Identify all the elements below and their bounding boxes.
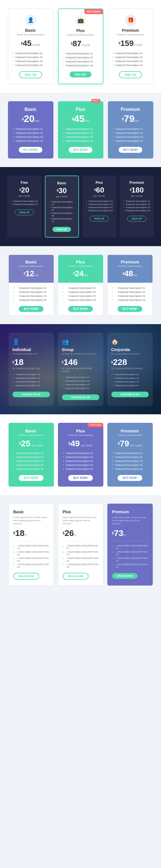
feature-item: Featured Description #2 [13,290,50,294]
feature-item: Featured Description #5 [112,467,148,471]
price-wrap: $159/month [113,39,149,48]
signup-button[interactable]: SIGN UP [90,216,109,221]
feature-item: Featured Description #4 [12,384,50,388]
feature-item: Featured Description #4 [112,139,149,143]
buy-button[interactable]: BUY NOW! [117,475,142,481]
plan-desc: Lorem ipsum dolor sit amet conse ctetur … [63,516,99,525]
features-list: Featured Description #1 Featured Descrip… [12,373,50,388]
feature-item: Featured Description #4 [12,139,49,143]
plan-name: Plus [62,107,99,112]
price-wrap: $180 per month [123,186,151,197]
features-list: Featured Description #1 Featured Descrip… [13,286,50,302]
buy-button[interactable]: BUY NOW! [68,475,93,481]
features-list: Featured Description #1 Featured Descrip… [62,375,99,390]
card-body: Featured Description #1 Featured Descrip… [58,283,103,315]
price-wrap: $60 per month [86,186,113,197]
features-list: Featured Description #1 Featured Descrip… [112,451,148,471]
card-plus-s3: Plus $60 per month Featured Description … [82,176,116,238]
feature-item: Featured Description #3 [112,459,148,463]
signup-button[interactable]: Sign Up [119,71,142,78]
read-more-button[interactable]: READ MORE [14,573,39,580]
price-period: per month [130,444,142,447]
card-body: Featured Description #1 Featured Descrip… [9,283,54,315]
buy-button[interactable]: BUY NOW! [68,306,93,312]
price-wrap: $228 for corporate/large business [111,357,149,370]
feature-item: • FEATURED DESCRIPTION #1 [14,544,49,550]
price-wrap: $20/mo [12,113,49,124]
plan-tagline: Great for small business [62,434,99,436]
features-list: • FEATURED DESCRIPTION #1 • FEATURED DES… [112,544,148,569]
feature-item: • FEATURED DESCRIPTION #2 [112,550,148,556]
section5-pricing: 👤 Individual for freelancer/single user … [0,324,161,414]
buy-button[interactable]: BUY NOW! [19,475,44,481]
feature-item: Featured Description #2 [113,55,149,59]
card-basic-s4: Basic Great for small business $12/mo Fe… [8,255,54,316]
feature-item: Featured Description #2 [12,131,49,135]
order-now-button[interactable]: ORDER NOW [112,573,137,579]
feature-item: Featured Description #2 [13,455,49,459]
features-list: • FEATURED DESCRIPTION #1 • FEATURED DES… [63,544,99,569]
buy-button[interactable]: BUY NOW! [19,147,42,153]
signup-button[interactable]: Sign Up [19,71,42,78]
price-wrap: $79/mo [112,113,149,124]
choose-plan-button[interactable]: CHOOSE PLAN [12,392,50,397]
feature-item: Featured Description #2 [112,290,149,294]
price-period: per month [81,444,92,447]
plan-name: Basic [49,181,75,185]
feature-item: • FEATURED DESCRIPTION #3 [14,556,49,563]
plan-name: Basic [13,28,49,33]
price-wrap: $30 per month [49,186,75,198]
feature-item: Featured Description #3 [112,294,149,298]
signup-button[interactable]: Sign Up! [70,71,91,78]
feature-item: Featured Description #4 [62,386,99,390]
buy-button[interactable]: BUY NOW! [69,147,92,153]
section6-pricing: Basic Great for small business $25 per m… [0,414,161,495]
choose-plan-button[interactable]: CHOOSE PLAN [62,395,99,400]
features-list: Featured Description #1 Featured Descrip… [13,451,49,471]
price-wrap: $25 per month [13,439,49,448]
features-list: • FEATURED DESCRIPTION #1 • FEATURED DES… [14,544,49,569]
plan-name: Individual [12,347,50,352]
choose-plan-button[interactable]: CHOOSE PLAN [111,392,149,397]
plan-tagline: Great for small business [63,33,98,36]
section4-pricing: Basic Great for small business $12/mo Fe… [0,246,161,324]
feature-item: Featured Description #4 [62,463,99,467]
card-body: Featured Description #1 Featured Descrip… [108,283,153,315]
buy-button[interactable]: BUY NOW! [19,306,44,312]
feature-item: • FEATURED DESCRIPTION #4 [14,563,49,569]
price-period: per month [31,444,43,447]
feature-item: Featured Description #4 [62,298,99,302]
card-plus-s6: POPULAR Plus Great for small business $4… [58,423,103,487]
card-premium-s1: 🎁 Premium Great for small business $159/… [108,8,153,84]
plan-desc: Lorem ipsum dolor sit amet conse ctetur … [14,516,49,525]
plan-tagline: Great for small business [113,33,149,36]
feature-item: • FEATURED DESCRIPTION #4 [63,563,99,569]
feature-item: Featured Description #1 [11,199,38,203]
feature-item: Featured Description #2 [112,455,148,459]
signup-button[interactable]: SIGN UP [15,210,34,215]
section7-pricing: Basic Lorem ipsum dolor sit amet conse c… [0,495,161,594]
price-wrap: $24/mo [63,269,99,278]
section2-pricing: Basic $20/mo Featured Description #1 Fea… [0,93,161,167]
feature-item: • FEATURED DESCRIPTION #3 [112,556,148,563]
read-more-button[interactable]: READ MORE [63,573,88,580]
feature-item: Featured Description #2 [62,290,99,294]
plan-tagline: Great for small business [14,265,49,268]
feature-item: Featured Description #1 [111,373,149,376]
plus-icon: 💼 [75,15,86,26]
plan-name: Premium [112,107,149,112]
card-header: Basic Great for small business $12/mo [9,255,54,283]
featured-ribbon: FEATURED [84,9,103,14]
buy-button[interactable]: BUY NOW! [117,306,142,312]
plan-name: Premium [112,509,148,514]
price-wrap: $18 for freelancer/single user [12,357,50,370]
plan-name: Plus [63,28,98,33]
signup-button[interactable]: SIGN UP [127,216,146,221]
buy-button[interactable]: BUY NOW! [119,147,142,153]
feature-item: Featured Description #3 [112,135,149,139]
feature-item: Featured Description #4 [112,463,148,467]
price-amount: 73 [114,528,123,538]
signup-button[interactable]: SIGN UP [53,227,71,232]
feature-item: Featured Description #1 [86,199,113,203]
card-group-s5: 👥 Group for 5/group members/small startu… [58,333,103,406]
